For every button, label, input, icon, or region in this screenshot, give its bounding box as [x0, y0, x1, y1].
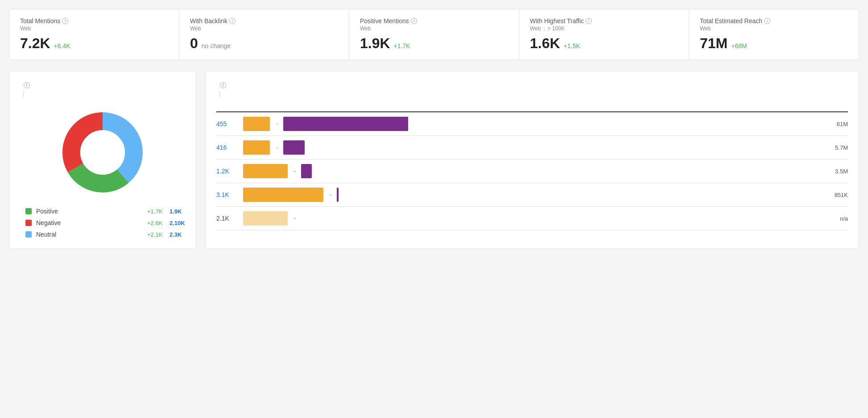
sentiment-title: i: [20, 82, 185, 88]
reach-subtitle: |: [216, 91, 848, 97]
metric-label-total-reach: Total Estimated Reach i: [700, 17, 848, 25]
legend-value-negative: 2.10K: [169, 220, 185, 226]
sublabel-divider: |: [543, 25, 545, 32]
sentiment-card: i | Positive +1.7K 1.9K Negative +2.6K 2: [9, 71, 196, 249]
metric-info-icon-with-backlink[interactable]: i: [229, 18, 236, 24]
legend-change-negative: +2.6K: [147, 220, 165, 226]
metric-item-total-mentions: Total Mentions i Web 7.2K +6.4K: [9, 9, 179, 60]
reach-value-0: 61M: [826, 121, 848, 127]
metric-label-text-highest-traffic: With Highest Traffic: [530, 17, 584, 25]
sentiment-info-icon[interactable]: i: [24, 82, 30, 88]
legend-dot-positive: [25, 208, 32, 214]
bar-purple-2: [301, 164, 312, 178]
bar-orange-1: [243, 140, 270, 155]
arrow-icon-2: →: [291, 168, 298, 175]
metric-change-with-backlink: no change: [202, 42, 231, 49]
legend-value-positive: 1.9K: [169, 208, 185, 215]
svg-point-3: [80, 130, 125, 175]
legend-name-positive: Positive: [36, 208, 143, 215]
metric-sublabel-positive-mentions: Web: [360, 25, 508, 32]
legend-name-negative: Negative: [36, 219, 143, 226]
metric-value-total-mentions: 7.2K +6.4K: [20, 35, 168, 52]
metric-info-icon-total-reach[interactable]: i: [764, 18, 770, 24]
reach-mention-2[interactable]: 1.2K: [216, 168, 239, 175]
reach-mention-3[interactable]: 3.1K: [216, 191, 239, 198]
metric-source-positive-mentions: Web: [360, 25, 371, 32]
metric-change-total-mentions: +6.4K: [54, 42, 70, 49]
legend-item-positive: Positive +1.7K 1.9K: [25, 208, 185, 215]
metric-label-text-total-mentions: Total Mentions: [20, 17, 60, 25]
legend-change-positive: +1.7K: [147, 208, 165, 215]
metric-change-total-reach: +68M: [731, 42, 747, 49]
reach-value-4: n/a: [826, 215, 848, 222]
metric-change-positive-mentions: +1.7K: [394, 42, 410, 49]
metric-info-icon-positive-mentions[interactable]: i: [411, 18, 417, 24]
metric-info-icon-highest-traffic[interactable]: i: [586, 18, 592, 24]
reach-value-3: 851K: [826, 192, 848, 198]
metric-source-with-backlink: Web: [190, 25, 201, 32]
bar-orange-light-4: [243, 211, 288, 225]
metric-item-highest-traffic: With Highest Traffic i Web |> 100K 1.6K …: [519, 9, 689, 60]
reach-info-icon[interactable]: i: [220, 82, 226, 88]
sentiment-legend: Positive +1.7K 1.9K Negative +2.6K 2.10K…: [20, 208, 185, 238]
reach-value-2: 3.5M: [826, 168, 848, 175]
bar-purple-1: [283, 140, 305, 155]
reach-rows: 455 → 61M 416 → 5.7M 1.2K → 3.5M 3.1K → …: [216, 112, 848, 230]
metric-sublabel-highest-traffic: Web |> 100K: [530, 25, 678, 32]
metric-sublabel-total-reach: Web: [700, 25, 848, 32]
reach-value-1: 5.7M: [826, 144, 848, 151]
reach-bars-2: →: [243, 164, 821, 178]
metric-item-with-backlink: With Backlink i Web 0 no change: [179, 9, 349, 60]
reach-table-header: [216, 108, 848, 112]
reach-bars-1: →: [243, 140, 821, 155]
metric-label-with-backlink: With Backlink i: [190, 17, 338, 25]
bar-orange-0: [243, 117, 270, 131]
donut-chart: [58, 108, 147, 197]
metric-info-icon-total-mentions[interactable]: i: [62, 18, 68, 24]
bar-purple-thin-3: [337, 188, 339, 202]
metric-value-with-backlink: 0 no change: [190, 35, 338, 52]
metric-label-highest-traffic: With Highest Traffic i: [530, 17, 678, 25]
legend-item-neutral: Neutral +2.1K 2.3K: [25, 231, 185, 238]
reach-mention-4: 2.1K: [216, 215, 239, 222]
metric-source-total-mentions: Web: [20, 25, 31, 32]
metric-source-highest-traffic: Web: [530, 25, 541, 32]
sublabel-extra: > 100K: [548, 25, 565, 32]
metric-label-total-mentions: Total Mentions i: [20, 17, 168, 25]
sentiment-subtitle: |: [20, 91, 185, 97]
reach-bars-3: →: [243, 188, 821, 202]
table-row: 3.1K → 851K: [216, 183, 848, 207]
metric-source-total-reach: Web: [700, 25, 711, 32]
table-row: 416 → 5.7M: [216, 136, 848, 160]
legend-dot-negative: [25, 220, 32, 226]
metric-number-total-mentions: 7.2K: [20, 35, 50, 52]
metric-value-total-reach: 71M +68M: [700, 35, 848, 52]
bar-orange-2: [243, 164, 288, 178]
arrow-icon-4: →: [291, 215, 298, 222]
bar-purple-0: [283, 117, 408, 131]
legend-value-neutral: 2.3K: [169, 231, 185, 238]
metric-item-positive-mentions: Positive Mentions i Web 1.9K +1.7K: [349, 9, 519, 60]
metric-number-highest-traffic: 1.6K: [530, 35, 560, 52]
arrow-icon-1: →: [273, 144, 280, 151]
reach-pipe-divider: |: [219, 91, 220, 97]
table-row: 2.1K → n/a: [216, 207, 848, 230]
metric-number-with-backlink: 0: [190, 35, 198, 52]
bar-orange-3: [243, 188, 323, 202]
metric-label-text-positive-mentions: Positive Mentions: [360, 17, 409, 25]
pipe-divider: |: [23, 91, 24, 97]
legend-item-negative: Negative +2.6K 2.10K: [25, 219, 185, 226]
reach-bars-4: →: [243, 211, 821, 225]
reach-mention-0[interactable]: 455: [216, 120, 239, 127]
cards-row: i | Positive +1.7K 1.9K Negative +2.6K 2: [9, 71, 859, 249]
metric-item-total-reach: Total Estimated Reach i Web 71M +68M: [689, 9, 859, 60]
metric-number-total-reach: 71M: [700, 35, 727, 52]
metric-label-text-with-backlink: With Backlink: [190, 17, 227, 25]
arrow-icon-3: →: [327, 191, 333, 198]
legend-dot-neutral: [25, 231, 32, 238]
reach-card: i | 455 → 61M 416 → 5.7M 1.2K →: [205, 71, 859, 249]
metric-value-highest-traffic: 1.6K +1.5K: [530, 35, 678, 52]
reach-mention-1[interactable]: 416: [216, 144, 239, 151]
arrow-icon-0: →: [273, 120, 280, 127]
table-row: 455 → 61M: [216, 112, 848, 136]
